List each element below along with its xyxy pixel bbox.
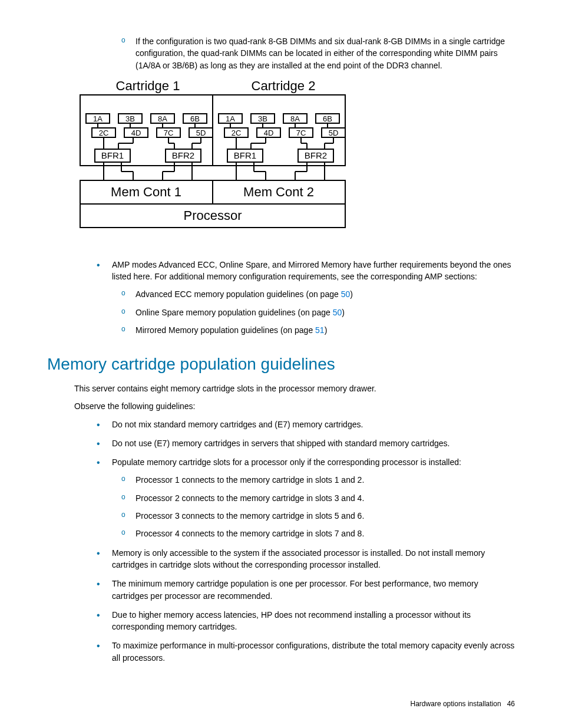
- footer-section: Hardware options installation: [411, 700, 501, 708]
- page-footer: Hardware options installation 46: [47, 699, 515, 709]
- page-link[interactable]: 50: [341, 289, 351, 299]
- svg-text:4D: 4D: [131, 129, 141, 137]
- guideline-item: Memory is only accessible to the system …: [88, 547, 515, 571]
- processor-map-item: Processor 4 connects to the memory cartr…: [112, 528, 515, 539]
- guideline-item: Do not mix standard memory cartridges an…: [88, 419, 515, 430]
- svg-text:2C: 2C: [232, 129, 242, 137]
- page-link[interactable]: 50: [333, 308, 342, 317]
- svg-text:BFR1: BFR1: [101, 150, 124, 160]
- guideline-item: Populate memory cartridge slots for a pr…: [88, 456, 515, 539]
- svg-text:8A: 8A: [290, 114, 300, 123]
- svg-text:4D: 4D: [264, 129, 274, 137]
- diagram-memcont1: Mem Cont 1: [111, 185, 181, 199]
- footer-page-number: 46: [507, 700, 515, 708]
- svg-text:BFR2: BFR2: [305, 150, 327, 160]
- processor-map-item: Processor 2 connects to the memory cartr…: [112, 492, 515, 504]
- guidelines-list: Do not mix standard memory cartridges an…: [88, 419, 515, 664]
- amp-sublist: Advanced ECC memory population guideline…: [112, 288, 515, 336]
- svg-text:3B: 3B: [258, 114, 267, 123]
- svg-text:5D: 5D: [329, 129, 339, 137]
- svg-text:6B: 6B: [190, 114, 200, 123]
- amp-sublist-item: Online Spare memory population guideline…: [112, 307, 515, 318]
- svg-text:7C: 7C: [296, 129, 306, 137]
- svg-text:5D: 5D: [196, 129, 206, 137]
- svg-text:2C: 2C: [99, 129, 109, 137]
- guideline-item: Due to higher memory access latencies, H…: [88, 609, 515, 633]
- page-link[interactable]: 51: [315, 325, 325, 335]
- processor-map-item: Processor 1 connects to the memory cartr…: [112, 474, 515, 486]
- svg-text:BFR1: BFR1: [234, 150, 256, 160]
- diagram-cart2-label: Cartridge 2: [252, 78, 316, 93]
- guideline-item: The minimum memory cartridge population …: [88, 578, 515, 602]
- svg-text:1A: 1A: [226, 114, 235, 123]
- diagram-svg: Cartridge 1 Cartridge 2 1A 3B 8A 6B 2C 4…: [74, 77, 351, 248]
- processor-map-item: Processor 3 connects to the memory cartr…: [112, 510, 515, 522]
- amp-sublist-item: Mirrored Memory population guidelines (o…: [112, 324, 515, 336]
- svg-text:6B: 6B: [323, 114, 332, 123]
- svg-text:BFR2: BFR2: [172, 150, 194, 160]
- processor-map-list: Processor 1 connects to the memory cartr…: [112, 474, 515, 539]
- svg-text:8A: 8A: [158, 114, 167, 123]
- guideline-item: To maximize performance in multi-process…: [88, 640, 515, 664]
- amp-sublist-item: Advanced ECC memory population guideline…: [112, 288, 515, 300]
- config-note-item: If the configuration is two quad-rank 8-…: [112, 35, 515, 71]
- amp-bullet-list: AMP modes Advanced ECC, Online Spare, an…: [88, 259, 515, 336]
- config-note-list: If the configuration is two quad-rank 8-…: [112, 35, 515, 71]
- diagram-memcont2: Mem Cont 2: [243, 185, 314, 199]
- config-note-text: If the configuration is two quad-rank 8-…: [135, 37, 505, 70]
- intro-text-1: This server contains eight memory cartri…: [74, 383, 515, 394]
- diagram-processor: Processor: [183, 208, 242, 223]
- diagram-cart1-label: Cartridge 1: [116, 78, 180, 93]
- intro-text-2: Observe the following guidelines:: [74, 400, 515, 412]
- svg-text:1A: 1A: [93, 114, 103, 123]
- svg-text:7C: 7C: [164, 129, 174, 137]
- section-heading: Memory cartridge population guidelines: [47, 353, 515, 377]
- cartridge-diagram: Cartridge 1 Cartridge 2 1A 3B 8A 6B 2C 4…: [74, 77, 515, 248]
- amp-intro-item: AMP modes Advanced ECC, Online Spare, an…: [88, 259, 515, 336]
- amp-intro-text: AMP modes Advanced ECC, Online Spare, an…: [112, 260, 511, 281]
- svg-text:3B: 3B: [125, 114, 135, 123]
- guideline-item: Do not use (E7) memory cartridges in ser…: [88, 437, 515, 449]
